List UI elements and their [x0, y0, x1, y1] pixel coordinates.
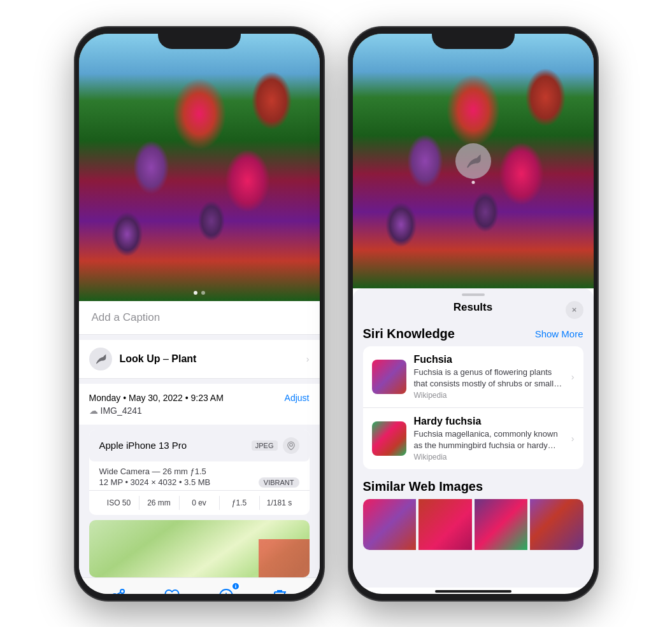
fuchsia-text: Fuchsia Fuchsia is a genus of flowering … [414, 354, 564, 400]
flower-image [79, 34, 320, 301]
info-badge [231, 582, 240, 591]
web-images-header: Similar Web Images [363, 479, 583, 494]
visual-search-dot [471, 181, 475, 184]
left-phone-screen: Add a Caption Look Up – Plant › Monday •… [79, 34, 320, 594]
meta-section: Monday • May 30, 2022 • 9:23 AM Adjust ☁… [79, 384, 320, 425]
fuchsia-source: Wikipedia [414, 391, 564, 400]
camera-specs: Wide Camera — 26 mm ƒ1.5 12 MP • 3024 × … [89, 461, 310, 490]
photo-date: Monday • May 30, 2022 • 9:23 AM [89, 393, 224, 403]
map-thumbnail[interactable] [89, 520, 310, 577]
file-info: ☁ IMG_4241 [89, 405, 310, 416]
hardy-text: Hardy fuchsia Fuchsia magellanica, commo… [414, 416, 564, 461]
results-sheet: Results × Siri Knowledge Show More Fuchs… [353, 288, 594, 588]
fuchsia-name: Fuchsia [414, 354, 564, 365]
vibrant-badge: VIBRANT [259, 477, 299, 488]
hardy-name: Hardy fuchsia [414, 416, 564, 427]
visual-search-button[interactable] [455, 143, 491, 179]
aperture-value: ƒ1.5 [220, 496, 260, 510]
show-more-button[interactable]: Show More [535, 328, 583, 339]
knowledge-item-hardy[interactable]: Hardy fuchsia Fuchsia magellanica, commo… [363, 407, 583, 469]
phone-notch-right [432, 27, 515, 49]
sheet-content: Siri Knowledge Show More Fuchsia Fuchsia… [353, 321, 594, 588]
sheet-handle [462, 293, 485, 296]
hardy-chevron-icon: › [571, 433, 575, 444]
photo-view [79, 34, 320, 301]
shutter-speed: 1/181 s [260, 496, 299, 510]
device-row: Apple iPhone 13 Pro JPEG [89, 430, 310, 461]
web-images-section: Similar Web Images [363, 479, 583, 550]
location-icon [283, 437, 299, 454]
web-image-3[interactable] [475, 499, 528, 550]
date-row: Monday • May 30, 2022 • 9:23 AM Adjust [89, 393, 310, 403]
exif-row: ISO 50 26 mm 0 ev ƒ1.5 1/181 s [89, 490, 310, 515]
map-overlay [259, 539, 310, 577]
right-phone-screen: Results × Siri Knowledge Show More Fuchs… [353, 34, 594, 594]
dot-2 [201, 291, 205, 295]
sheet-title: Results [454, 301, 492, 314]
home-bar-right [435, 590, 511, 593]
share-button[interactable] [107, 584, 130, 594]
caption-placeholder: Add a Caption [92, 311, 161, 323]
favorite-button[interactable] [161, 584, 183, 594]
caption-area[interactable]: Add a Caption [79, 301, 320, 335]
lookup-label: Look Up – Plant [120, 353, 197, 365]
camera-type: Wide Camera — 26 mm ƒ1.5 [99, 467, 299, 476]
left-phone: Add a Caption Look Up – Plant › Monday •… [75, 27, 324, 600]
fuchsia-description: Fuchsia is a genus of flowering plants t… [414, 367, 564, 390]
bottom-toolbar [79, 577, 320, 594]
delete-button[interactable] [268, 584, 291, 594]
hardy-source: Wikipedia [414, 453, 564, 461]
right-photo-view [353, 34, 594, 288]
fuchsia-thumbnail [372, 360, 406, 394]
hardy-thumbnail [372, 421, 406, 456]
resolution-row: 12 MP • 3024 × 4032 • 3.5 MB VIBRANT [99, 477, 299, 488]
web-images-grid [363, 499, 583, 550]
hardy-description: Fuchsia magellanica, commonly known as t… [414, 428, 564, 451]
device-section: Apple iPhone 13 Pro JPEG Wide Camera — 2… [89, 430, 310, 515]
resolution: 12 MP • 3024 × 4032 • 3.5 MB [99, 477, 211, 487]
siri-knowledge-title: Siri Knowledge [363, 327, 455, 341]
cloud-icon: ☁ [89, 405, 98, 416]
web-images-title: Similar Web Images [363, 479, 483, 494]
page-indicator [194, 291, 205, 295]
leaf-icon [94, 353, 107, 365]
focal-length: 26 mm [139, 496, 180, 510]
format-badge: JPEG [252, 440, 278, 451]
knowledge-item-fuchsia[interactable]: Fuchsia Fuchsia is a genus of flowering … [363, 346, 583, 407]
knowledge-card: Fuchsia Fuchsia is a genus of flowering … [363, 346, 583, 470]
device-badges: JPEG [252, 437, 299, 454]
adjust-button[interactable]: Adjust [285, 393, 310, 403]
sheet-header: Results × [353, 299, 594, 321]
phone-notch [158, 27, 241, 49]
right-phone: Results × Siri Knowledge Show More Fuchs… [349, 27, 597, 600]
fuchsia-chevron-icon: › [571, 372, 575, 382]
web-image-2[interactable] [418, 499, 472, 550]
svg-point-0 [289, 443, 292, 446]
iso-value: ISO 50 [99, 496, 139, 510]
close-button[interactable]: × [566, 301, 583, 319]
lookup-row[interactable]: Look Up – Plant › [79, 340, 320, 379]
info-panel: Add a Caption Look Up – Plant › Monday •… [79, 301, 320, 577]
web-image-1[interactable] [363, 499, 417, 550]
siri-knowledge-header: Siri Knowledge Show More [363, 327, 583, 341]
device-name: Apple iPhone 13 Pro [99, 440, 187, 451]
ev-value: 0 ev [180, 496, 220, 510]
siri-icon [89, 348, 112, 370]
info-button[interactable] [215, 584, 238, 594]
dot-1 [194, 291, 197, 295]
lookup-chevron-icon: › [306, 354, 310, 364]
web-image-4[interactable] [530, 499, 583, 550]
